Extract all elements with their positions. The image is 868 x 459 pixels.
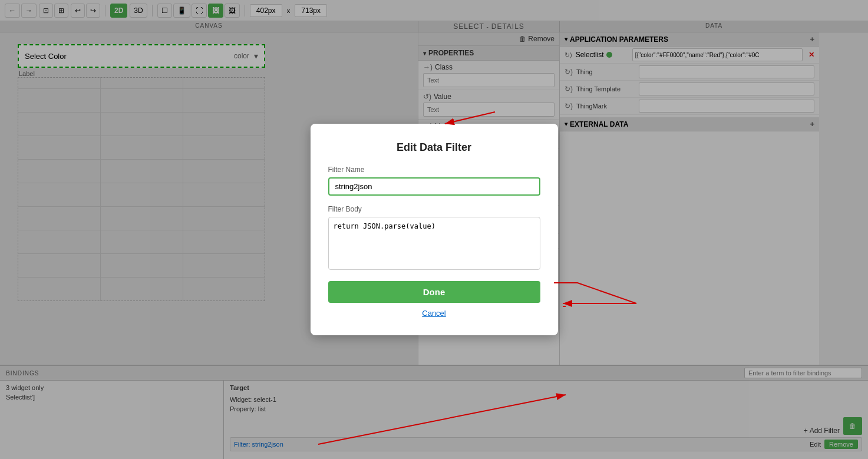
filter-name-field: Filter Name — [328, 166, 540, 196]
filter-name-label: Filter Name — [328, 166, 540, 174]
filter-body-field: Filter Body return JSON.parse(value) — [328, 205, 540, 272]
modal-cancel-button[interactable]: Cancel — [328, 309, 540, 318]
filter-body-textarea[interactable]: return JSON.parse(value) — [328, 217, 540, 270]
edit-data-filter-modal: Edit Data Filter Filter Name Filter Body… — [311, 124, 558, 335]
filter-body-label: Filter Body — [328, 205, 540, 213]
filter-name-input[interactable] — [328, 177, 540, 196]
modal-title: Edit Data Filter — [328, 141, 540, 154]
modal-overlay: Edit Data Filter Filter Name Filter Body… — [0, 0, 868, 459]
modal-done-button[interactable]: Done — [328, 281, 540, 303]
